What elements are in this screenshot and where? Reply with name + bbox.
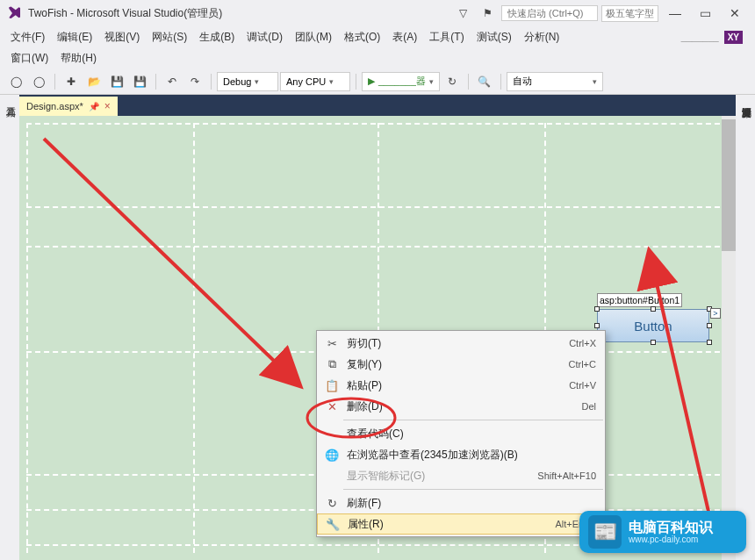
menu-site[interactable]: 网站(S)	[147, 28, 192, 47]
menu-copy[interactable]: ⧉ 复制(Y) Ctrl+C	[317, 354, 605, 375]
browser-link-button[interactable]: ↻	[442, 71, 463, 92]
pin-icon[interactable]: 📌	[89, 102, 99, 111]
start-debug-button[interactable]: ▶_______器▾	[362, 72, 440, 91]
watermark: 📰 电脑百科知识 www.pc-daily.com	[579, 511, 746, 553]
platform-select[interactable]: Any CPU▾	[280, 72, 350, 91]
wrench-icon: 🔧	[323, 518, 342, 531]
menu-view[interactable]: 视图(V)	[99, 28, 145, 47]
maximize-button[interactable]: ▭	[692, 4, 718, 23]
toolbar: ◯ ◯ ✚ 📂 💾 💾 ↶ ↷ Debug▾ Any CPU▾ ▶_______…	[0, 68, 755, 95]
filter-icon[interactable]: ▽	[452, 3, 473, 24]
document-tab-design[interactable]: Design.aspx* 📌 ×	[19, 97, 118, 116]
globe-icon: 🌐	[322, 449, 342, 462]
context-menu: ✂ 剪切(T) Ctrl+X ⧉ 复制(Y) Ctrl+C 📋 粘贴(P) Ct…	[316, 330, 606, 537]
open-button[interactable]: 📂	[83, 71, 104, 92]
watermark-icon: 📰	[588, 515, 622, 549]
asp-button-control[interactable]: Button >	[597, 309, 709, 342]
menu-delete[interactable]: ✕ 删除(D) Del	[317, 396, 605, 417]
refresh-icon: ↻	[322, 497, 342, 510]
close-tab-icon[interactable]: ×	[104, 100, 111, 112]
right-rails: 解决方案资源管理器 团队资源管理器 诊断工具 属性	[736, 95, 755, 560]
menu-cut[interactable]: ✂ 剪切(T) Ctrl+X	[317, 333, 605, 354]
menu-tools[interactable]: 工具(T)	[424, 28, 469, 47]
nav-fwd-button[interactable]: ◯	[28, 71, 49, 92]
quick-launch-input[interactable]	[501, 5, 598, 21]
resize-handle[interactable]	[651, 306, 656, 312]
menu-window[interactable]: 窗口(W)	[5, 49, 54, 68]
clipboard-icon: 📋	[322, 379, 342, 392]
scissors-icon: ✂	[322, 337, 342, 350]
redo-button[interactable]: ↷	[184, 71, 205, 92]
menubar: 文件(F) 编辑(E) 视图(V) 网站(S) 生成(B) 调试(D) 团队(M…	[0, 26, 755, 47]
editor-area: 工具箱 解决方案资源管理器 团队资源管理器 诊断工具 属性 Design.asp…	[0, 95, 755, 560]
play-icon: ▶	[368, 75, 375, 87]
menu-file[interactable]: 文件(F)	[5, 28, 50, 47]
chevron-down-icon: ▾	[593, 77, 597, 86]
menu-format[interactable]: 格式(O)	[339, 28, 385, 47]
chevron-down-icon: ▾	[329, 77, 334, 86]
menubar-row2: 窗口(W) 帮助(H)	[0, 47, 755, 68]
new-item-button[interactable]: ✚	[61, 71, 82, 92]
minimize-button[interactable]: —	[662, 4, 688, 23]
control-tag-label: asp:button#Button1	[597, 293, 682, 307]
separator	[500, 74, 501, 90]
ime-indicator: 极五笔字型	[601, 5, 658, 22]
window-title: TwoFish - Microsoft Visual Studio(管理员)	[28, 6, 222, 21]
save-all-button[interactable]: 💾	[129, 71, 150, 92]
copy-icon: ⧉	[322, 357, 342, 371]
menu-help[interactable]: 帮助(H)	[55, 49, 102, 68]
menu-properties[interactable]: 🔧 属性(R) Alt+Enter	[317, 513, 605, 535]
separator	[468, 74, 469, 90]
chevron-down-icon: ▾	[429, 77, 434, 86]
user-badge[interactable]: XY	[724, 31, 743, 44]
menu-viewcode[interactable]: 查看代码(C)	[317, 423, 605, 444]
resize-handle[interactable]	[651, 340, 656, 345]
separator	[211, 74, 212, 90]
menu-browse[interactable]: 🌐 在浏览器中查看(2345加速浏览器)(B)	[317, 444, 605, 465]
menu-separator	[343, 489, 603, 490]
menu-smarttag: 显示智能标记(G) Shift+Alt+F10	[317, 465, 605, 486]
menu-build[interactable]: 生成(B)	[194, 28, 240, 47]
save-button[interactable]: 💾	[106, 71, 127, 92]
undo-button[interactable]: ↶	[162, 71, 183, 92]
delete-icon: ✕	[322, 400, 342, 413]
resize-handle[interactable]	[594, 323, 600, 328]
watermark-url: www.pc-daily.com	[629, 535, 713, 544]
button-label: Button	[634, 319, 672, 334]
resize-handle[interactable]	[707, 323, 712, 328]
notification-icon[interactable]: ⚑	[477, 3, 498, 24]
vs-logo-icon	[7, 5, 23, 21]
separator	[54, 74, 55, 90]
menu-analyze[interactable]: 分析(N)	[519, 28, 565, 47]
menu-refresh[interactable]: ↻ 刷新(F)	[317, 492, 605, 513]
separator	[356, 74, 356, 90]
scrollbar-thumb[interactable]	[722, 119, 736, 251]
config-select[interactable]: Debug▾	[217, 72, 278, 91]
menu-separator	[343, 420, 603, 420]
resize-handle[interactable]	[707, 340, 712, 345]
resize-handle[interactable]	[594, 306, 600, 312]
separator	[155, 74, 156, 90]
menu-team[interactable]: 团队(M)	[290, 28, 337, 47]
toolbox-rail[interactable]: 工具箱	[0, 95, 19, 560]
selected-control[interactable]: asp:button#Button1 Button >	[597, 291, 709, 341]
signed-in-user[interactable]: _______	[681, 32, 719, 42]
nav-back-button[interactable]: ◯	[5, 71, 26, 92]
close-button[interactable]: ✕	[722, 4, 748, 23]
chevron-down-icon: ▾	[255, 77, 259, 86]
menu-paste[interactable]: 📋 粘贴(P) Ctrl+V	[317, 375, 605, 396]
find-button[interactable]: 🔍	[474, 71, 495, 92]
solution-explorer-rail[interactable]: 解决方案资源管理器	[740, 100, 753, 555]
menu-test[interactable]: 测试(S)	[471, 28, 517, 47]
vertical-scrollbar[interactable]	[722, 116, 736, 560]
watermark-title: 电脑百科知识	[629, 520, 713, 535]
menu-edit[interactable]: 编辑(E)	[52, 28, 97, 47]
tab-title: Design.aspx*	[26, 101, 83, 111]
document-tabstrip: Design.aspx* 📌 ×	[19, 95, 736, 116]
titlebar: TwoFish - Microsoft Visual Studio(管理员) ▽…	[0, 0, 755, 26]
layout-select[interactable]: 自动▾	[507, 72, 603, 91]
menu-debug[interactable]: 调试(D)	[241, 28, 288, 47]
smart-tag-icon[interactable]: >	[710, 308, 721, 319]
menu-table[interactable]: 表(A)	[387, 28, 422, 47]
